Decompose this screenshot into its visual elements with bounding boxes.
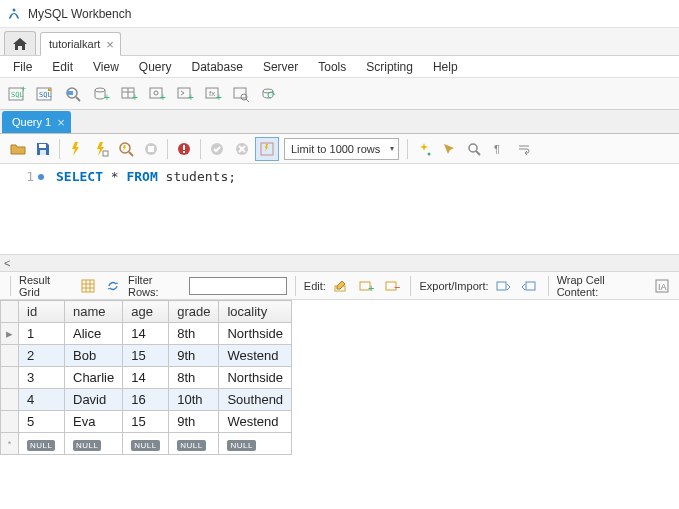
menu-bar: File Edit View Query Database Server Too… bbox=[0, 56, 679, 78]
limit-rows-label: Limit to 1000 rows bbox=[291, 143, 380, 155]
beautify-icon[interactable] bbox=[412, 137, 436, 161]
svg-text:SQL: SQL bbox=[39, 91, 52, 99]
null-pill: NULL bbox=[227, 440, 255, 451]
refresh-icon[interactable] bbox=[102, 275, 124, 297]
menu-scripting[interactable]: Scripting bbox=[357, 58, 422, 76]
wrap-icon[interactable] bbox=[512, 137, 536, 161]
connection-tab-label: tutorialkart bbox=[49, 38, 100, 50]
keyword: SELECT bbox=[56, 169, 103, 184]
null-pill: NULL bbox=[73, 440, 101, 451]
app-icon bbox=[6, 6, 22, 22]
add-row-icon[interactable]: + bbox=[355, 275, 377, 297]
svg-line-42 bbox=[476, 151, 480, 155]
find-icon[interactable] bbox=[437, 137, 461, 161]
editor-toolbar: Limit to 1000 rows ¶ bbox=[0, 134, 679, 164]
invisible-chars-icon[interactable]: ¶ bbox=[487, 137, 511, 161]
svg-rect-29 bbox=[103, 151, 108, 156]
import-icon[interactable] bbox=[518, 275, 540, 297]
svg-point-16 bbox=[154, 91, 158, 95]
commit-icon[interactable] bbox=[205, 137, 229, 161]
delete-row-icon[interactable]: − bbox=[381, 275, 403, 297]
row-cursor-icon: ▸ bbox=[1, 323, 19, 345]
menu-tools[interactable]: Tools bbox=[309, 58, 355, 76]
table-row[interactable]: 5 Eva 15 9th Westend bbox=[1, 411, 292, 433]
menu-query[interactable]: Query bbox=[130, 58, 181, 76]
svg-rect-54 bbox=[497, 282, 506, 290]
close-icon[interactable]: × bbox=[106, 38, 114, 51]
col-id[interactable]: id bbox=[19, 301, 65, 323]
autocommit-toggle-icon[interactable] bbox=[255, 137, 279, 161]
table-row[interactable]: ▸ 1 Alice 14 8th Northside bbox=[1, 323, 292, 345]
svg-text:+: + bbox=[216, 92, 222, 103]
open-file-icon[interactable] bbox=[6, 137, 30, 161]
app-title: MySQL Workbench bbox=[28, 7, 131, 21]
menu-edit[interactable]: Edit bbox=[43, 58, 82, 76]
view-add-icon[interactable]: + bbox=[144, 81, 170, 107]
col-locality[interactable]: locality bbox=[219, 301, 292, 323]
title-bar: MySQL Workbench bbox=[0, 0, 679, 28]
svg-text:¶: ¶ bbox=[494, 143, 500, 155]
filter-rows-input[interactable] bbox=[189, 277, 287, 295]
query-tab-label: Query 1 bbox=[12, 116, 51, 128]
svg-text:+: + bbox=[104, 92, 110, 103]
db-add-icon[interactable]: + bbox=[88, 81, 114, 107]
svg-text:+: + bbox=[188, 92, 194, 103]
menu-database[interactable]: Database bbox=[183, 58, 252, 76]
col-age[interactable]: age bbox=[123, 301, 169, 323]
row-header-blank bbox=[1, 301, 19, 323]
explain-icon[interactable] bbox=[114, 137, 138, 161]
search-table-icon[interactable] bbox=[228, 81, 254, 107]
edit-row-icon[interactable] bbox=[330, 275, 352, 297]
stop-on-error-icon[interactable] bbox=[172, 137, 196, 161]
line-number: 1 bbox=[26, 167, 34, 187]
menu-view[interactable]: View bbox=[84, 58, 128, 76]
svg-rect-55 bbox=[526, 282, 535, 290]
menu-file[interactable]: File bbox=[4, 58, 41, 76]
menu-help[interactable]: Help bbox=[424, 58, 467, 76]
result-table[interactable]: id name age grade locality ▸ 1 Alice 14 … bbox=[0, 300, 292, 455]
execute-icon[interactable] bbox=[64, 137, 88, 161]
stop-icon[interactable] bbox=[139, 137, 163, 161]
svg-rect-28 bbox=[40, 150, 46, 155]
connection-tab-row: tutorialkart × bbox=[0, 28, 679, 56]
result-grid-label: Result Grid bbox=[19, 274, 73, 298]
edit-label: Edit: bbox=[304, 280, 326, 292]
sql-editor[interactable]: 1 SELECT * FROM students; bbox=[0, 164, 679, 254]
col-grade[interactable]: grade bbox=[169, 301, 219, 323]
table-row[interactable]: 4 David 16 10th Southend bbox=[1, 389, 292, 411]
home-button[interactable] bbox=[4, 31, 36, 55]
query-tab[interactable]: Query 1 × bbox=[2, 111, 71, 133]
result-grid-icon[interactable] bbox=[77, 275, 99, 297]
connection-tab[interactable]: tutorialkart × bbox=[40, 32, 121, 56]
execute-current-icon[interactable] bbox=[89, 137, 113, 161]
func-add-icon[interactable]: fx+ bbox=[200, 81, 226, 107]
svg-rect-33 bbox=[148, 146, 154, 152]
svg-point-40 bbox=[428, 152, 431, 155]
svg-line-31 bbox=[129, 152, 133, 156]
save-icon[interactable] bbox=[31, 137, 55, 161]
svg-text:+: + bbox=[160, 92, 166, 103]
new-row-icon: * bbox=[1, 433, 19, 455]
proc-add-icon[interactable]: + bbox=[172, 81, 198, 107]
editor-code[interactable]: SELECT * FROM students; bbox=[50, 164, 236, 254]
reconnect-icon[interactable] bbox=[256, 81, 282, 107]
export-icon[interactable] bbox=[493, 275, 515, 297]
new-sql-tab-icon[interactable]: SQL+ bbox=[4, 81, 30, 107]
limit-rows-select[interactable]: Limit to 1000 rows bbox=[284, 138, 399, 160]
table-row[interactable]: 2 Bob 15 9th Westend bbox=[1, 345, 292, 367]
inspector-icon[interactable] bbox=[60, 81, 86, 107]
wrap-cell-icon[interactable]: IA bbox=[651, 275, 673, 297]
table-null-row[interactable]: * NULL NULL NULL NULL NULL bbox=[1, 433, 292, 455]
col-name[interactable]: name bbox=[65, 301, 123, 323]
menu-server[interactable]: Server bbox=[254, 58, 307, 76]
svg-text:+: + bbox=[132, 92, 138, 103]
close-icon[interactable]: × bbox=[57, 115, 65, 130]
rollback-icon[interactable] bbox=[230, 137, 254, 161]
search-icon[interactable] bbox=[462, 137, 486, 161]
horizontal-scroll[interactable]: < bbox=[0, 254, 679, 272]
null-pill: NULL bbox=[177, 440, 205, 451]
open-sql-file-icon[interactable]: SQL bbox=[32, 81, 58, 107]
table-add-icon[interactable]: + bbox=[116, 81, 142, 107]
svg-rect-35 bbox=[183, 145, 185, 150]
table-row[interactable]: 3 Charlie 14 8th Northside bbox=[1, 367, 292, 389]
